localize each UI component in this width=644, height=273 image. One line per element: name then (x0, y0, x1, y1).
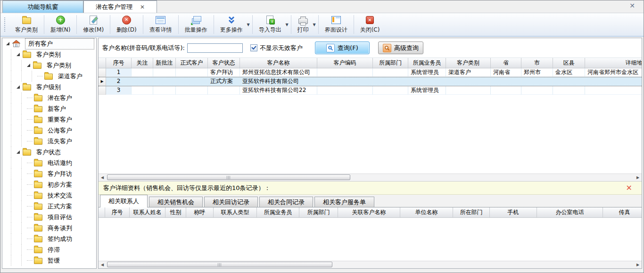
column-header[interactable]: 市 (521, 58, 553, 68)
grid-cell[interactable] (153, 68, 176, 77)
scrollbar-thumb[interactable] (107, 174, 350, 180)
column-header[interactable]: 关联客户名称 (338, 207, 400, 217)
dropdown-arrow-icon[interactable]: ▼ (286, 23, 289, 27)
grid-cell[interactable]: 系统管理员 (408, 68, 446, 77)
column-header[interactable]: 所属业务员 (257, 207, 299, 217)
scroll-right-icon[interactable]: ▶ (634, 261, 642, 268)
tree-node-project-eval[interactable]: 项目评估 (2, 212, 96, 223)
dropdown-arrow-icon[interactable]: ▼ (313, 23, 316, 27)
grid-cell[interactable]: 亚拓软件科技有限公司 (240, 77, 317, 86)
grid-cell[interactable] (491, 77, 521, 86)
grid-cell[interactable] (153, 86, 176, 95)
tree-node-potential-customer[interactable]: 潜在客户 (2, 92, 96, 103)
toolbar-edit-button[interactable]: 修改(M) (77, 13, 110, 36)
tree-expanded-icon[interactable] (17, 150, 20, 154)
tree-expanded-icon[interactable] (27, 64, 30, 67)
column-header[interactable]: 所属部门 (373, 58, 408, 68)
grid-cell[interactable] (317, 68, 373, 77)
grid-cell[interactable] (132, 77, 153, 86)
grid-cell[interactable] (373, 77, 408, 86)
detail-close-icon[interactable]: ✕ (626, 184, 632, 192)
tree-node-public-sea-customer[interactable]: 公海客户 (2, 125, 96, 136)
tab-function-navigation[interactable]: 功能导航窗 (2, 0, 83, 13)
customer-row[interactable]: 1客户拜访郑州亚拓信息技术有限公司系统管理员渠道客户河南省郑州市金水区河南省郑州… (99, 68, 642, 77)
grid-cell[interactable] (208, 86, 240, 95)
tree-node-channel-customer[interactable]: 渠道客户 (2, 71, 96, 82)
dropdown-arrow-icon[interactable]: ▼ (247, 23, 250, 27)
column-header[interactable]: 所属部门 (299, 207, 338, 217)
tree-node-phone-invite[interactable]: 电话邀约 (2, 157, 96, 168)
toolbar-delete-button[interactable]: ✕删除(D) (110, 13, 143, 36)
grid-cell[interactable] (132, 68, 153, 77)
grid-cell[interactable]: 1 (106, 68, 132, 77)
tab-potential-customer-management[interactable]: 潜在客户管理 ✕ (83, 0, 157, 13)
toolbar-grip[interactable] (4, 17, 7, 32)
scroll-left-icon[interactable]: ◀ (99, 261, 106, 268)
grid-cell[interactable]: 亚拓软件科技有限公司22 (240, 86, 317, 95)
grid-cell[interactable] (132, 86, 153, 95)
window-close-icon[interactable]: ✕ (629, 2, 635, 9)
tree-node-paused[interactable]: 暂缓 (2, 255, 96, 266)
toolbar-add-button[interactable]: +新增(N) (44, 13, 76, 36)
scroll-left-icon[interactable]: ◀ (99, 174, 106, 181)
grid-cell[interactable] (553, 86, 585, 95)
grid-cell[interactable]: 2 (106, 77, 132, 86)
grid-cell[interactable]: 河南省郑州市金水区 (585, 68, 642, 77)
grid-cell[interactable] (317, 77, 373, 86)
column-header[interactable]: 单位名称 (400, 207, 453, 217)
customer-name-input[interactable] (187, 43, 243, 53)
tree-expanded-icon[interactable] (6, 42, 9, 45)
hide-invalid-checkbox[interactable] (250, 44, 257, 51)
grid-cell[interactable]: 3 (106, 86, 132, 95)
grid-cell[interactable]: 金水区 (553, 68, 585, 77)
tree-node-customer-category[interactable]: 客户类别 (2, 49, 96, 60)
column-header[interactable]: 详细地址 (585, 58, 642, 68)
customer-grid-hscrollbar[interactable]: ◀ ▶ (99, 174, 642, 181)
grid-cell[interactable]: 正式方案 (208, 77, 240, 86)
column-header[interactable]: 客户类别 (446, 58, 491, 68)
detail-tab-1[interactable]: 相关销售机会 (149, 197, 203, 207)
column-header[interactable]: 称呼 (186, 207, 214, 217)
grid-cell[interactable] (585, 77, 642, 86)
tree-node-customer-category-2[interactable]: 客户类别 (2, 60, 96, 71)
toolbar-view-details-button[interactable]: 查看详情 (143, 13, 178, 36)
column-header[interactable]: 联系人姓名 (130, 207, 165, 217)
grid-cell[interactable] (176, 77, 208, 86)
grid-cell[interactable] (553, 77, 585, 86)
tree-node-important-customer[interactable]: 重要客户 (2, 114, 96, 125)
toolbar-batch-ops-button[interactable]: 批量操作 (179, 13, 214, 36)
grid-cell[interactable] (521, 86, 553, 95)
tree-expanded-icon[interactable] (17, 85, 20, 89)
detail-grid-hscrollbar[interactable]: ◀ ▶ (99, 261, 642, 268)
toolbar-ui-design-button[interactable]: 界面设计 (319, 13, 354, 36)
toolbar-import-export-button[interactable]: ↓导入导出▼ (253, 13, 291, 36)
grid-cell[interactable] (585, 86, 642, 95)
grid-cell[interactable] (373, 68, 408, 77)
column-header[interactable]: 手机 (490, 207, 537, 217)
column-header[interactable]: 序号 (106, 58, 132, 68)
toolbar-customer-category-button[interactable]: 客户类别 (9, 13, 44, 36)
column-header[interactable]: 客户名称 (240, 58, 317, 68)
grid-cell[interactable] (446, 77, 491, 86)
tree-node-business-negotiation[interactable]: 商务谈判 (2, 223, 96, 233)
column-header[interactable]: 所属业务员 (408, 58, 446, 68)
advanced-query-button[interactable]: 高级查询 (378, 41, 423, 54)
query-button[interactable]: 查询(F) (315, 41, 370, 54)
grid-cell[interactable]: 客户拜访 (208, 68, 240, 77)
tree-node-draft-plan[interactable]: 初步方案 (2, 179, 96, 190)
column-header[interactable]: 办公室电话 (537, 207, 603, 217)
tree-node-tech-exchange[interactable]: 技术交流 (2, 190, 96, 201)
grid-cell[interactable] (153, 77, 176, 86)
column-header[interactable]: 所在部门 (453, 207, 490, 217)
tree-node-lost-customer[interactable]: 流失客户 (2, 136, 96, 147)
tree-node-all-customers[interactable]: 所有客户 (2, 38, 96, 49)
tree-node-sign-success[interactable]: 签约成功 (2, 233, 96, 244)
column-header[interactable]: 正式客户 (176, 58, 208, 68)
grid-cell[interactable]: 河南省 (491, 68, 521, 77)
tree-node-new-customer[interactable]: 新客户 (2, 103, 96, 114)
column-header[interactable]: 客户状态 (208, 58, 240, 68)
toolbar-close-button[interactable]: ✕关闭(C) (354, 13, 386, 36)
grid-cell[interactable]: 系统管理员 (408, 86, 446, 95)
tree-node-customer-status[interactable]: 客户状态 (2, 147, 96, 157)
tab-close-icon[interactable]: ✕ (140, 4, 145, 10)
